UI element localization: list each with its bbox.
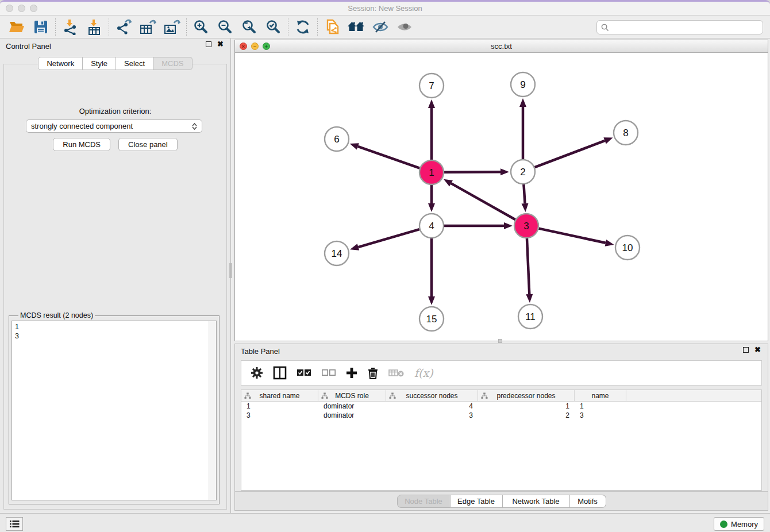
zoom-selected-icon[interactable] <box>261 17 286 37</box>
mcds-panel-body: Optimization criterion: strongly connect… <box>3 64 227 510</box>
window-controls <box>6 5 37 12</box>
table-cell[interactable]: 1 <box>575 402 626 411</box>
column-header-name[interactable]: name <box>575 390 626 401</box>
graph-node-label: 6 <box>334 134 339 145</box>
save-session-icon[interactable] <box>29 17 53 37</box>
hide-panel-eye-slash-icon[interactable] <box>368 17 392 37</box>
memory-button[interactable]: Memory <box>714 517 764 531</box>
search-field[interactable] <box>596 20 763 34</box>
table-cell[interactable]: 1 <box>478 402 575 411</box>
network-canvas[interactable]: 1234678910111415 <box>235 53 768 341</box>
column-header-predecessor-nodes[interactable]: predecessor nodes <box>478 390 575 401</box>
table-cell[interactable]: 3 <box>575 411 626 420</box>
copy-network-view-icon[interactable] <box>320 17 344 37</box>
table-cell[interactable]: 1 <box>241 402 318 411</box>
table-cell[interactable]: 4 <box>386 402 478 411</box>
result-scrollbar[interactable] <box>209 321 216 500</box>
import-network-icon[interactable] <box>58 17 82 37</box>
mcds-result-title: MCDS result (2 nodes) <box>18 311 95 319</box>
edge-1-6[interactable] <box>358 147 419 168</box>
edge-1-2[interactable] <box>444 172 500 172</box>
table-cell[interactable]: 2 <box>478 411 575 420</box>
control-panel-tabs: NetworkStyleSelectMCDS <box>0 57 230 70</box>
table-row[interactable]: 3dominator323 <box>241 411 761 420</box>
close-network-icon[interactable]: × <box>240 43 247 50</box>
edge-4-14[interactable] <box>358 229 419 247</box>
table-cell[interactable]: 3 <box>386 411 478 420</box>
optimization-criterion-label: Optimization criterion: <box>4 107 226 115</box>
edge-arrowhead <box>526 294 533 303</box>
select-all-icon[interactable] <box>297 369 311 377</box>
dropdown-stepper-icon <box>192 123 197 130</box>
home-icon[interactable] <box>344 17 368 37</box>
refresh-view-icon[interactable] <box>291 17 315 37</box>
graph-node-label: 4 <box>429 221 434 232</box>
control-tab-mcds[interactable]: MCDS <box>153 57 192 70</box>
edge-arrowhead <box>500 168 509 175</box>
control-tab-network[interactable]: Network <box>38 57 83 70</box>
deselect-all-icon[interactable] <box>321 369 336 377</box>
import-table-icon[interactable] <box>82 17 106 37</box>
export-image-icon[interactable] <box>160 17 184 37</box>
edge-2-8[interactable] <box>535 141 605 167</box>
column-header-shared-name[interactable]: shared name <box>241 390 318 401</box>
float-table-panel-icon[interactable] <box>743 347 749 353</box>
run-mcds-button[interactable]: Run MCDS <box>53 138 110 151</box>
zoom-in-icon[interactable] <box>189 17 213 37</box>
graph-node-label: 10 <box>622 242 633 253</box>
table-tab-network-table[interactable]: Network Table <box>503 495 570 508</box>
split-columns-icon[interactable] <box>273 366 287 380</box>
column-header-successor-nodes[interactable]: successor nodes <box>386 390 478 401</box>
maximize-network-icon[interactable]: + <box>263 43 270 50</box>
table-tab-node-table[interactable]: Node Table <box>397 495 451 508</box>
network-graph[interactable]: 1234678910111415 <box>235 53 768 341</box>
table-row[interactable]: 1dominator411 <box>241 402 761 411</box>
edge-3-1[interactable] <box>451 183 515 219</box>
edge-2-3[interactable] <box>523 184 525 203</box>
minimize-network-icon[interactable]: − <box>251 43 259 50</box>
task-history-button[interactable] <box>6 517 23 531</box>
graph-node-label: 11 <box>525 311 536 322</box>
show-panel-eye-icon[interactable] <box>392 17 417 37</box>
zoom-window-button[interactable] <box>30 5 37 12</box>
network-window-titlebar[interactable]: × − + scc.txt <box>235 40 768 53</box>
column-type-icon <box>389 392 396 399</box>
edge-3-11[interactable] <box>527 238 529 294</box>
memory-status-icon <box>720 521 727 528</box>
table-toolbar: f(x) <box>241 360 762 385</box>
table-cell[interactable]: 3 <box>241 411 318 420</box>
column-type-icon <box>321 392 328 399</box>
table-settings-gear-icon[interactable] <box>251 367 263 379</box>
column-header-MCDS-role[interactable]: MCDS role <box>318 390 386 401</box>
network-resize-handle[interactable] <box>498 339 502 343</box>
export-table-icon[interactable] <box>136 17 160 37</box>
open-session-icon[interactable] <box>5 17 29 37</box>
panel-splitter-handle[interactable] <box>229 263 233 278</box>
close-panel-icon[interactable]: ✖ <box>217 41 224 47</box>
table-tab-motifs[interactable]: Motifs <box>570 495 606 508</box>
criterion-dropdown[interactable]: strongly connected component <box>26 119 202 133</box>
table-tab-edge-table[interactable]: Edge Table <box>451 495 503 508</box>
edge-3-10[interactable] <box>539 229 606 243</box>
zoom-out-icon[interactable] <box>213 17 237 37</box>
control-tab-select[interactable]: Select <box>116 57 153 70</box>
export-network-icon[interactable] <box>111 17 136 37</box>
search-input[interactable] <box>609 22 763 32</box>
edge-arrowhead <box>350 244 359 250</box>
delete-row-trash-icon[interactable] <box>367 367 379 379</box>
close-table-panel-icon[interactable]: ✖ <box>754 347 761 353</box>
node-table[interactable]: shared nameMCDS rolesuccessor nodesprede… <box>241 390 762 491</box>
close-panel-button[interactable]: Close panel <box>118 138 178 151</box>
table-cell[interactable]: dominator <box>318 411 386 420</box>
control-tab-style[interactable]: Style <box>83 57 116 70</box>
edge-arrowhead <box>504 222 513 229</box>
table-cell[interactable]: dominator <box>318 402 386 411</box>
edge-arrowhead <box>350 143 359 149</box>
graph-node-label: 2 <box>520 167 525 178</box>
edge-arrowhead <box>522 203 529 212</box>
minimize-window-button[interactable] <box>18 5 25 12</box>
float-panel-icon[interactable] <box>206 41 211 47</box>
close-window-button[interactable] <box>6 5 13 12</box>
zoom-fit-icon[interactable] <box>237 17 261 37</box>
add-row-plus-icon[interactable] <box>346 367 357 379</box>
